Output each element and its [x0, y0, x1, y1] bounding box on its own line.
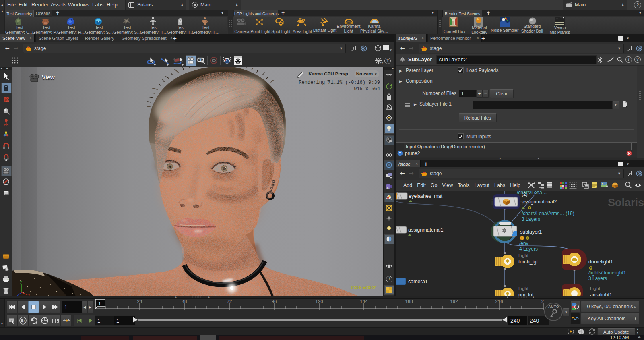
svg-text:Light: Light — [518, 286, 529, 291]
svg-text:24: 24 — [137, 299, 142, 304]
svg-text:y: y — [20, 280, 22, 284]
svg-text:/chars/Lena…: /chars/Lena… — [517, 191, 547, 195]
svg-text:72: 72 — [227, 299, 232, 304]
svg-text:sublayer1: sublayer1 — [520, 229, 542, 235]
svg-text:domelight1: domelight1 — [588, 259, 613, 265]
svg-text:assignmaterial2: assignmaterial2 — [522, 199, 557, 205]
svg-text:assignmaterial1: assignmaterial1 — [408, 227, 444, 233]
svg-text:192: 192 — [450, 299, 458, 304]
svg-text:96: 96 — [272, 299, 277, 304]
svg-text:1: 1 — [98, 301, 101, 307]
svg-text:/env: /env — [519, 240, 528, 246]
svg-text:/chars/Lena/Arms… (19): /chars/Lena/Arms… (19) — [522, 211, 574, 216]
svg-text:eyelashes_mat: eyelashes_mat — [409, 193, 443, 199]
svg-text:torch_lgt: torch_lgt — [518, 259, 538, 265]
svg-text:Light: Light — [518, 253, 529, 258]
svg-text:168: 168 — [405, 299, 413, 304]
svg-text:48: 48 — [182, 299, 187, 304]
svg-text:!: ! — [521, 236, 522, 240]
svg-text:/lights/domelight1: /lights/domelight1 — [588, 270, 626, 276]
svg-text:144: 144 — [360, 299, 368, 304]
svg-text:3 Layers: 3 Layers — [522, 216, 540, 222]
svg-text:120: 120 — [315, 299, 323, 304]
svg-text:216: 216 — [495, 299, 503, 304]
svg-text:Solaris: Solaris — [608, 197, 644, 209]
svg-text:4 Layers: 4 Layers — [519, 246, 538, 252]
svg-text:2: 2 — [541, 299, 544, 304]
svg-text:3 Layers: 3 Layers — [588, 276, 607, 281]
svg-text:Light: Light — [590, 286, 601, 291]
svg-text:camera1: camera1 — [408, 279, 428, 284]
